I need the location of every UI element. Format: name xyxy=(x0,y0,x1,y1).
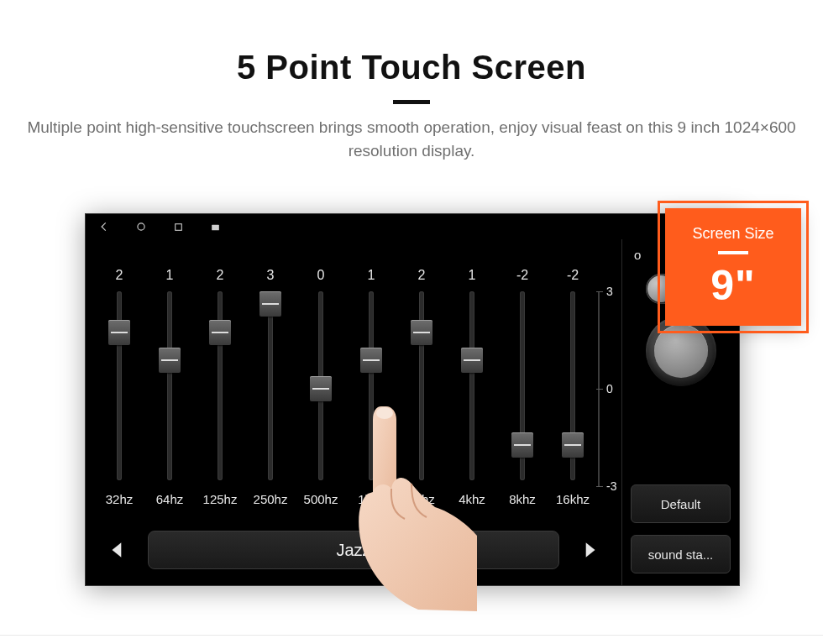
eq-slider-track[interactable] xyxy=(318,291,323,480)
equalizer-tracks: 232hz164hz2125hz3250hz0500hz11khz22khz14… xyxy=(99,246,593,506)
equalizer-grid: 232hz164hz2125hz3250hz0500hz11khz22khz14… xyxy=(99,246,611,506)
eq-band-value: 1 xyxy=(469,268,476,283)
eq-band-value: 0 xyxy=(317,268,325,283)
eq-band-2khz: 22khz xyxy=(401,268,442,506)
eq-slider-knob[interactable] xyxy=(159,348,181,373)
svg-rect-1 xyxy=(175,223,181,230)
eq-band-freq: 1khz xyxy=(358,492,385,506)
eq-slider-knob[interactable] xyxy=(411,320,432,345)
eq-slider-track[interactable] xyxy=(117,291,122,480)
svg-marker-4 xyxy=(586,542,595,557)
preset-row: Jazz xyxy=(102,530,605,570)
eq-band-value: 3 xyxy=(267,268,275,283)
scale-tick xyxy=(596,291,603,292)
badge-title: Screen Size xyxy=(692,225,773,243)
scale-label: 0 xyxy=(606,382,613,395)
eq-band-16khz: -216khz xyxy=(553,268,593,506)
eq-slider-knob[interactable] xyxy=(259,291,281,317)
scale-label: -3 xyxy=(606,479,616,493)
equalizer-scale: 30-3 xyxy=(598,246,611,506)
preset-name[interactable]: Jazz xyxy=(148,531,559,569)
device-inner: 232hz164hz2125hz3250hz0500hz11khz22khz14… xyxy=(86,214,739,585)
eq-band-1khz: 11khz xyxy=(351,268,391,506)
eq-slider-track[interactable] xyxy=(469,291,474,480)
eq-band-freq: 16khz xyxy=(556,492,590,506)
hero-title: 5 Point Touch Screen xyxy=(0,49,823,86)
eq-band-500hz: 0500hz xyxy=(301,268,341,506)
sound-stage-button[interactable]: sound sta... xyxy=(631,535,731,573)
preset-label: Jazz xyxy=(336,541,370,560)
bottom-divider xyxy=(0,635,823,636)
preset-next-button[interactable] xyxy=(574,535,605,565)
eq-slider-knob[interactable] xyxy=(310,376,332,401)
eq-slider-track[interactable] xyxy=(419,291,424,480)
loud-partial-label: o xyxy=(634,248,641,262)
scale-label: 3 xyxy=(606,285,613,298)
eq-band-8khz: -28khz xyxy=(502,268,543,506)
eq-band-freq: 2khz xyxy=(408,492,435,506)
scale-tick xyxy=(596,486,603,487)
equalizer-area: 232hz164hz2125hz3250hz0500hz11khz22khz14… xyxy=(86,239,621,585)
page: { "hero": { "title": "5 Point Touch Scre… xyxy=(0,0,823,644)
hero-divider xyxy=(393,100,430,104)
eq-band-125hz: 2125hz xyxy=(200,268,240,506)
eq-slider-track[interactable] xyxy=(167,291,172,480)
eq-band-value: -2 xyxy=(567,268,579,283)
home-icon[interactable] xyxy=(134,220,148,233)
eq-slider-knob[interactable] xyxy=(461,348,483,373)
badge-divider xyxy=(718,251,748,254)
eq-band-value: -2 xyxy=(516,268,528,283)
eq-band-32hz: 232hz xyxy=(99,268,139,506)
badge-value: 9" xyxy=(710,261,756,310)
svg-point-0 xyxy=(138,223,144,230)
screenshot-icon[interactable] xyxy=(208,220,222,233)
eq-band-64hz: 164hz xyxy=(149,268,190,506)
screen-size-badge: Screen Size 9" xyxy=(665,208,801,326)
recent-icon[interactable] xyxy=(171,220,185,233)
eq-band-freq: 4khz xyxy=(459,492,485,506)
eq-band-value: 2 xyxy=(116,268,123,283)
svg-rect-2 xyxy=(212,224,219,230)
eq-slider-knob[interactable] xyxy=(108,320,130,345)
eq-band-freq: 8khz xyxy=(509,492,536,506)
eq-slider-track[interactable] xyxy=(268,291,273,480)
eq-band-value: 2 xyxy=(418,268,426,283)
eq-band-value: 2 xyxy=(217,268,224,283)
eq-band-value: 1 xyxy=(368,268,375,283)
gain-knob[interactable] xyxy=(646,316,716,386)
hero: 5 Point Touch Screen Multiple point high… xyxy=(0,0,823,162)
default-button-label: Default xyxy=(661,497,701,511)
eq-band-freq: 250hz xyxy=(254,492,288,506)
scale-tick xyxy=(596,389,603,390)
eq-band-value: 1 xyxy=(166,268,174,283)
eq-slider-knob[interactable] xyxy=(209,320,231,345)
hero-subtitle: Multiple point high-sensitive touchscree… xyxy=(25,116,798,162)
eq-band-freq: 64hz xyxy=(156,492,184,506)
sound-stage-label: sound sta... xyxy=(648,547,714,562)
svg-marker-3 xyxy=(113,542,122,557)
statusbar-left xyxy=(97,220,222,233)
eq-slider-knob[interactable] xyxy=(360,348,382,373)
eq-band-freq: 125hz xyxy=(203,492,238,506)
headunit-screen: 232hz164hz2125hz3250hz0500hz11khz22khz14… xyxy=(85,213,740,586)
scale-inner: 30-3 xyxy=(598,268,611,486)
eq-band-freq: 32hz xyxy=(106,492,134,506)
eq-band-250hz: 3250hz xyxy=(250,268,291,506)
back-icon[interactable] xyxy=(97,220,111,233)
default-button[interactable]: Default xyxy=(631,484,731,523)
eq-slider-knob[interactable] xyxy=(511,432,533,458)
preset-prev-button[interactable] xyxy=(102,535,133,565)
eq-slider-track[interactable] xyxy=(218,291,223,480)
eq-slider-track[interactable] xyxy=(369,291,374,480)
eq-band-freq: 500hz xyxy=(304,492,338,506)
eq-slider-track[interactable] xyxy=(520,291,525,480)
eq-band-4khz: 14khz xyxy=(452,268,492,506)
eq-slider-track[interactable] xyxy=(570,291,575,480)
statusbar xyxy=(86,214,739,239)
eq-slider-knob[interactable] xyxy=(562,432,584,458)
